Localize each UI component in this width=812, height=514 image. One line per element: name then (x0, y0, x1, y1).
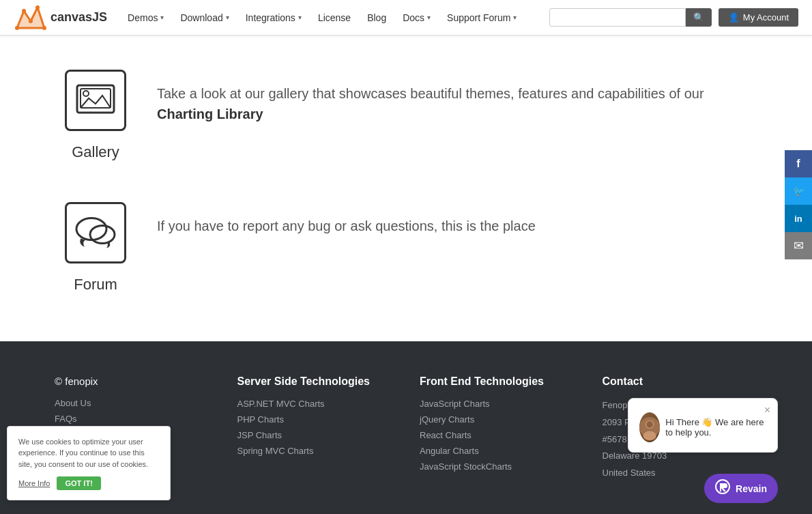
svg-point-9 (83, 91, 89, 96)
forum-icon (65, 202, 126, 263)
nav-license[interactable]: License (311, 8, 358, 27)
footer-col-server: Server Side Technologies ASP.NET MVC Cha… (237, 375, 393, 483)
user-icon: 👤 (728, 12, 739, 23)
chat-close-button[interactable]: × (764, 404, 770, 416)
linkedin-side-icon[interactable]: in (785, 205, 812, 232)
chat-widget: × Hi There 👋 We are here to help you. (628, 398, 778, 459)
gallery-section: Gallery Take a look at our gallery that … (55, 56, 757, 188)
footer-js-charts[interactable]: JavaScript Charts (420, 399, 575, 409)
svg-point-3 (22, 9, 26, 13)
forum-icon-wrap: Forum (55, 202, 136, 294)
cookie-text: We use cookies to optimize your user exp… (18, 436, 159, 470)
chevron-down-icon: ▾ (160, 14, 164, 21)
gallery-icon (65, 70, 126, 131)
nav-demos[interactable]: Demos ▾ (121, 8, 171, 27)
cookie-actions: More Info GOT IT! (18, 476, 159, 490)
cookie-banner: We use cookies to optimize your user exp… (7, 426, 171, 501)
navbar: canvasJS Demos ▾ Download ▾ Integrations… (0, 0, 812, 35)
chat-message: Hi There 👋 We are here to help you. (665, 417, 766, 438)
revain-label: Revain (736, 483, 767, 494)
svg-point-5 (35, 5, 40, 10)
chat-bubble: × Hi There 👋 We are here to help you. (628, 398, 778, 453)
nav-docs[interactable]: Docs ▾ (396, 8, 437, 27)
svg-point-11 (90, 226, 115, 244)
nav-integrations[interactable]: Integrations ▾ (239, 8, 308, 27)
search-button[interactable]: 🔍 (686, 8, 712, 27)
side-social-bar: f 🐦 in ✉ (785, 150, 812, 259)
twitter-side-icon[interactable]: 🐦 (785, 177, 812, 205)
chevron-down-icon: ▾ (298, 14, 302, 21)
cookie-more-info-link[interactable]: More Info (18, 478, 50, 489)
search-input[interactable] (549, 8, 686, 27)
svg-point-4 (29, 19, 33, 23)
footer-copyright: © fenopix (55, 375, 210, 387)
nav-blog[interactable]: Blog (360, 8, 393, 27)
gallery-label: Gallery (72, 143, 119, 161)
footer-angular[interactable]: Angular Charts (420, 446, 575, 456)
footer-react[interactable]: React Charts (420, 430, 575, 440)
facebook-side-icon[interactable]: f (785, 150, 812, 177)
footer-about-us[interactable]: About Us (55, 398, 210, 408)
forum-label: Forum (74, 276, 117, 294)
footer-col-frontend: Front End Technologies JavaScript Charts… (420, 375, 575, 483)
main-content: Gallery Take a look at our gallery that … (0, 35, 812, 341)
account-button[interactable]: 👤 My Account (719, 8, 798, 27)
logo[interactable]: canvasJS (14, 4, 107, 31)
revain-icon (715, 479, 730, 498)
footer-stockcharts[interactable]: JavaScript StockCharts (420, 461, 575, 472)
chat-avatar-row: Hi There 👋 We are here to help you. (639, 412, 766, 442)
footer-jquery[interactable]: jQuery Charts (420, 414, 575, 425)
chevron-down-icon: ▾ (513, 14, 517, 21)
chevron-down-icon: ▾ (226, 14, 229, 21)
footer-jsp[interactable]: JSP Charts (237, 430, 393, 440)
footer-spring[interactable]: Spring MVC Charts (237, 446, 393, 456)
nav-support-forum[interactable]: Support Forum ▾ (440, 8, 523, 27)
cookie-got-it-button[interactable]: GOT IT! (57, 476, 100, 490)
footer-faqs[interactable]: FAQs (55, 414, 210, 424)
gallery-description: Take a look at our gallery that showcase… (157, 70, 757, 124)
search-form: 🔍 (549, 8, 712, 27)
email-side-icon[interactable]: ✉ (785, 232, 812, 259)
footer-php[interactable]: PHP Charts (237, 414, 393, 425)
forum-description: If you have to report any bug or ask que… (157, 202, 536, 236)
svg-point-19 (643, 431, 656, 441)
revain-badge[interactable]: Revain (704, 474, 778, 503)
svg-marker-1 (17, 8, 44, 28)
footer-server-title: Server Side Technologies (237, 375, 393, 388)
nav-download[interactable]: Download ▾ (173, 8, 235, 27)
footer-frontend-title: Front End Technologies (420, 375, 575, 388)
nav-links: Demos ▾ Download ▾ Integrations ▾ Licens… (121, 8, 549, 27)
footer-aspnet[interactable]: ASP.NET MVC Charts (237, 399, 393, 409)
chevron-down-icon: ▾ (427, 14, 431, 21)
forum-section: Forum If you have to report any bug or a… (55, 188, 757, 321)
svg-point-6 (42, 26, 46, 30)
footer-contact-title: Contact (603, 375, 758, 388)
svg-point-20 (646, 421, 653, 428)
logo-text: canvasJS (50, 10, 107, 25)
svg-point-2 (15, 26, 19, 30)
chat-avatar (639, 412, 660, 442)
gallery-icon-wrap: Gallery (55, 70, 136, 161)
